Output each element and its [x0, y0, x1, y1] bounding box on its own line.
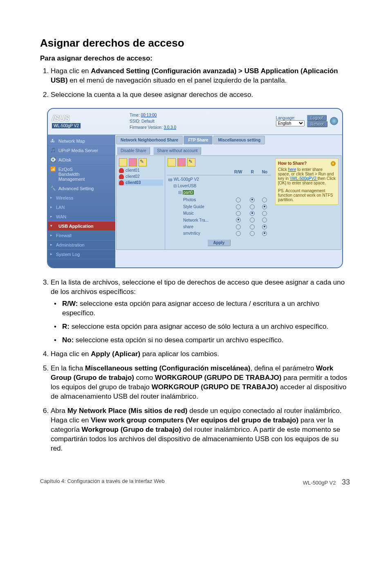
ssid-label: SSID: Default: [130, 118, 176, 124]
sidebar-item-lan[interactable]: ▸LAN: [48, 203, 115, 212]
model-badge: WL-500gP V2: [52, 123, 81, 128]
router-screenshot: /SUS WL-500gP V2 Time: 00:13:00 SSID: De…: [47, 108, 343, 268]
share-without-account-button[interactable]: Share without account: [153, 147, 201, 155]
sidebar-item-advanced[interactable]: 🔧Advanced Setting: [48, 184, 115, 193]
chevron-right-icon: ▸: [50, 214, 52, 218]
tab-network-neighborhood[interactable]: Network Neighborhood Share: [116, 136, 183, 144]
user-client03[interactable]: client03: [118, 180, 163, 186]
row-smvtnticy: smvtnticy: [167, 230, 271, 237]
tree-node-loverusb[interactable]: LoverUSB: [178, 184, 197, 188]
fw-link[interactable]: 3.0.3.0: [164, 125, 176, 130]
remove-user-icon[interactable]: [129, 158, 137, 166]
asus-logo: /SUS: [52, 114, 81, 123]
row-share: share: [167, 223, 271, 230]
wrench-icon: 🔧: [50, 186, 56, 191]
radio-r[interactable]: [250, 197, 255, 202]
user-client02[interactable]: client02: [118, 173, 163, 180]
row-network-tra: Network Tra...: [167, 217, 271, 223]
tree-root[interactable]: WL-500gP V2: [168, 176, 269, 183]
sidebar: 🖧Network Map 🎵UPnP Media Server 💽AiDisk …: [48, 135, 115, 267]
time-link[interactable]: 00:13:00: [141, 113, 157, 117]
time-label: Time:: [130, 113, 141, 117]
step-3: En la lista de archivos, seleccione el t…: [51, 278, 350, 345]
disk-icon: 💽: [50, 157, 56, 163]
sidebar-item-wan[interactable]: ▸WAN: [48, 212, 115, 222]
steps-list-cont: En la lista de archivos, seleccione el t…: [40, 278, 350, 453]
hint-here-link[interactable]: here: [288, 167, 296, 172]
close-icon[interactable]: ×: [331, 161, 336, 166]
footer-chapter: Capítulo 4: Configuración a través de la…: [40, 478, 165, 487]
sidebar-item-firewall[interactable]: ▸Firewall: [48, 231, 115, 240]
step-4: Haga clic en Apply (Aplicar) para aplica…: [51, 350, 350, 359]
globe-icon[interactable]: [330, 117, 338, 125]
language-label: Language:: [276, 116, 305, 120]
language-select[interactable]: English: [276, 120, 305, 126]
hint-path-link[interactable]: \\WL-500gPV2: [290, 176, 318, 181]
sidebar-item-administration[interactable]: ▸Administration: [48, 240, 115, 250]
tree-node-part0[interactable]: part0: [183, 190, 194, 195]
sidebar-item-ezqos[interactable]: 📶EzQoSBandwidthManagement: [48, 165, 115, 184]
chevron-down-icon: ▾: [50, 224, 52, 228]
edit-folder-icon[interactable]: [187, 158, 195, 166]
sidebar-item-upnp[interactable]: 🎵UPnP Media Server: [48, 146, 115, 155]
sidebar-item-usb-application[interactable]: ▾USB Application: [48, 222, 115, 231]
bullet-rw: R/W: seleccione esta opción para asignar…: [62, 299, 350, 318]
step-1: Haga clic en Advanced Setting (Configura…: [51, 67, 350, 85]
bullet-r: R: seleccione esta opción para asignar a…: [62, 322, 350, 332]
chevron-right-icon: ▸: [50, 195, 52, 200]
bullet-no: No: seleccione esta opción si no desea c…: [62, 336, 350, 345]
add-user-icon[interactable]: [119, 158, 127, 166]
radio-rw[interactable]: [236, 197, 241, 202]
step-5: En la ficha Miscellaneous setting (Confi…: [51, 364, 350, 402]
media-icon: 🎵: [50, 148, 56, 153]
fw-label: Firmware Version:: [130, 125, 164, 130]
qos-icon: 📶: [50, 166, 56, 172]
chevron-right-icon: ▸: [50, 242, 52, 247]
sidebar-item-network-map[interactable]: 🖧Network Map: [48, 137, 115, 146]
steps-list: Haga clic en Advanced Setting (Configura…: [40, 67, 350, 100]
sidebar-item-system-log[interactable]: ▸System Log: [48, 250, 115, 259]
map-icon: 🖧: [50, 138, 56, 144]
chevron-right-icon: ▸: [50, 252, 52, 256]
step-2: Seleccione la cuenta a la que desee asig…: [51, 90, 350, 100]
page-title: Asignar derechos de acceso: [40, 37, 350, 49]
row-photos: Photos: [167, 197, 271, 203]
apply-button[interactable]: Apply: [207, 239, 231, 246]
section-subheading: Para asignar derechos de acceso:: [40, 54, 350, 63]
user-client01[interactable]: client01: [118, 167, 163, 173]
tab-ftp-share[interactable]: FTP Share: [184, 136, 213, 144]
hint-box: How to Share?× Click here to enter share…: [275, 158, 338, 205]
sidebar-item-aidisk[interactable]: 💽AiDisk: [48, 155, 115, 165]
row-music: Music: [167, 210, 271, 217]
add-folder-icon[interactable]: [168, 158, 176, 166]
footer-page-number: 33: [342, 478, 350, 486]
row-style-guide: Style Guide: [167, 203, 271, 210]
disable-share-button[interactable]: Disable Share: [117, 147, 150, 155]
footer-model: WL-500gP V2: [303, 480, 336, 486]
tab-misc-setting[interactable]: Miscellaneous setting: [213, 136, 265, 144]
reboot-button[interactable]: Reboot: [307, 121, 327, 127]
logout-button[interactable]: Logout: [307, 115, 327, 121]
page-footer: Capítulo 4: Configuración a través de la…: [40, 462, 350, 499]
chevron-right-icon: ▸: [50, 233, 52, 237]
chevron-right-icon: ▸: [50, 205, 52, 209]
remove-folder-icon[interactable]: [177, 158, 186, 166]
step-6: Abra My Network Place (Mis sitios de red…: [51, 406, 350, 453]
sidebar-item-wireless[interactable]: ▸Wireless: [48, 193, 115, 203]
radio-no[interactable]: [262, 197, 267, 202]
permissions-table: R/WRNo WL-500gP V2 ⊟ LoverUSB ⊟ part0 Ph…: [167, 169, 271, 237]
edit-user-icon[interactable]: [139, 158, 147, 166]
